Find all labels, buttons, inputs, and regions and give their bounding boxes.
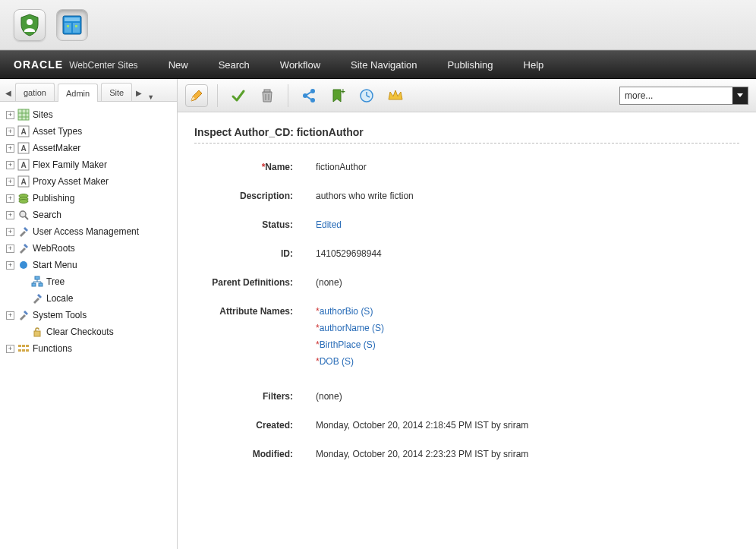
attribute-name: authorName (S) <box>320 323 384 333</box>
tree-item-sites[interactable]: +Sites <box>3 106 174 123</box>
field-label: Created: <box>256 420 293 431</box>
expander-icon[interactable]: + <box>6 128 14 136</box>
tree-item-locale[interactable]: Locale <box>3 290 174 307</box>
attribute-item[interactable]: *authorName (S) <box>316 323 384 333</box>
tree-label: WebRoots <box>33 243 75 254</box>
tree-item-flex-family[interactable]: +AFlex Family Maker <box>3 156 174 173</box>
field-modified: Modified: Monday, October 20, 2014 2:23:… <box>194 449 739 459</box>
bookmark-button[interactable]: + <box>326 84 349 107</box>
tab-admin[interactable]: Admin <box>58 84 98 102</box>
svg-rect-2 <box>65 17 80 21</box>
tree-label: Clear Checkouts <box>46 327 114 337</box>
field-label: Attribute Names: <box>219 306 293 317</box>
inspect-page: Inspect Author_CD: fictionAuthor *Name: … <box>178 112 756 549</box>
expander-icon[interactable]: + <box>6 345 14 353</box>
attribute-item[interactable]: *DOB (S) <box>316 356 384 367</box>
expander-blank <box>20 328 28 336</box>
field-value: Monday, October 20, 2014 2:23:23 PM IST … <box>316 449 528 459</box>
contributor-mode-button[interactable] <box>14 9 46 41</box>
chevron-down-icon <box>732 87 748 104</box>
site-grid-icon <box>17 109 30 121</box>
tree-item-proxy-asset[interactable]: +AProxy Asset Maker <box>3 173 174 190</box>
tree-item-search[interactable]: +Search <box>3 207 174 223</box>
tree-item-asset-maker[interactable]: +AAssetMaker <box>3 140 174 156</box>
tree-label: Publishing <box>33 193 74 204</box>
svg-rect-6 <box>75 25 77 27</box>
tree-item-system-tools[interactable]: +System Tools <box>3 307 174 323</box>
field-label: Name: <box>265 162 293 172</box>
tree-label: System Tools <box>33 310 87 320</box>
menu-workflow[interactable]: Workflow <box>280 59 320 71</box>
tree-label: Locale <box>46 293 73 304</box>
svg-rect-5 <box>67 25 69 27</box>
field-label: ID: <box>281 248 293 259</box>
checkmark-icon <box>231 88 246 103</box>
tab-scroll-right[interactable]: ▶ <box>134 84 144 101</box>
share-button[interactable] <box>298 84 320 107</box>
expander-icon[interactable]: + <box>6 228 14 236</box>
tree-item-functions[interactable]: +Functions <box>3 340 174 357</box>
field-value-link[interactable]: Edited <box>316 219 342 230</box>
more-dropdown[interactable]: more... <box>619 87 748 105</box>
expander-icon[interactable]: + <box>6 111 14 119</box>
expander-icon[interactable]: + <box>6 194 14 203</box>
approve-button[interactable] <box>227 84 250 107</box>
tree-item-start-menu[interactable]: +Start Menu <box>3 257 174 273</box>
svg-point-23 <box>20 211 26 217</box>
svg-line-46 <box>307 92 311 95</box>
svg-text:A: A <box>20 178 26 186</box>
svg-point-25 <box>20 261 27 269</box>
tree-item-user-access[interactable]: +User Access Management <box>3 223 174 240</box>
expander-icon[interactable]: + <box>6 161 14 169</box>
edit-button[interactable] <box>185 84 208 107</box>
tab-scroll-left[interactable]: ◀ <box>3 84 14 101</box>
menu-site-navigation[interactable]: Site Navigation <box>351 59 417 71</box>
tree-label: Tree <box>46 276 65 287</box>
svg-rect-36 <box>26 345 29 347</box>
field-label: Parent Definitions: <box>212 277 293 288</box>
tree-item-asset-types[interactable]: +AAsset Types <box>3 123 174 140</box>
expander-icon[interactable]: + <box>6 211 14 219</box>
delete-button[interactable] <box>256 84 279 107</box>
functions-icon <box>17 342 30 355</box>
tools-icon <box>31 292 43 304</box>
tree-label: User Access Management <box>33 226 139 237</box>
history-button[interactable] <box>355 84 378 107</box>
expander-blank <box>20 278 28 286</box>
svg-rect-26 <box>35 276 39 279</box>
crown-button[interactable] <box>384 84 407 107</box>
svg-line-47 <box>307 96 311 99</box>
tools-icon <box>17 309 30 321</box>
tree-item-webroots[interactable]: +WebRoots <box>3 240 174 257</box>
attribute-item[interactable]: *authorBio (S) <box>316 306 384 317</box>
expander-icon[interactable]: + <box>6 144 14 153</box>
attribute-list: *authorBio (S) *authorName (S) *BirthPla… <box>316 306 384 373</box>
field-id: ID: 1410529698944 <box>194 248 739 259</box>
expander-icon[interactable]: + <box>6 245 14 253</box>
expander-icon[interactable]: + <box>6 311 14 320</box>
menu-publishing[interactable]: Publishing <box>448 59 493 71</box>
admin-mode-button[interactable] <box>56 9 88 41</box>
tree-item-clear-checkouts[interactable]: Clear Checkouts <box>3 323 174 340</box>
svg-rect-34 <box>18 345 21 347</box>
expander-icon[interactable]: + <box>6 261 14 270</box>
menu-search[interactable]: Search <box>219 59 250 71</box>
title-divider <box>194 143 739 144</box>
svg-text:A: A <box>20 161 26 169</box>
tab-gation[interactable]: gation <box>15 83 55 101</box>
tree-label: Proxy Asset Maker <box>33 176 109 187</box>
tree-item-publishing[interactable]: +Publishing <box>3 190 174 207</box>
expander-icon[interactable]: + <box>6 178 14 186</box>
menu-help[interactable]: Help <box>524 59 544 71</box>
layout-grid-icon <box>62 15 82 35</box>
svg-rect-40 <box>264 90 270 92</box>
tab-site[interactable]: Site <box>101 83 132 101</box>
attribute-name: authorBio (S) <box>320 306 373 317</box>
shield-user-icon <box>20 14 39 36</box>
blue-dot-icon <box>17 259 30 271</box>
menu-new[interactable]: New <box>169 59 188 71</box>
tree-item-tree[interactable]: Tree <box>3 273 174 290</box>
tab-overflow-button[interactable]: ▼ <box>144 93 156 101</box>
attribute-item[interactable]: *BirthPlace (S) <box>316 339 384 350</box>
sidebar: ◀ gation Admin Site ▶ ▼ +Sites +AAsset T… <box>0 79 178 549</box>
